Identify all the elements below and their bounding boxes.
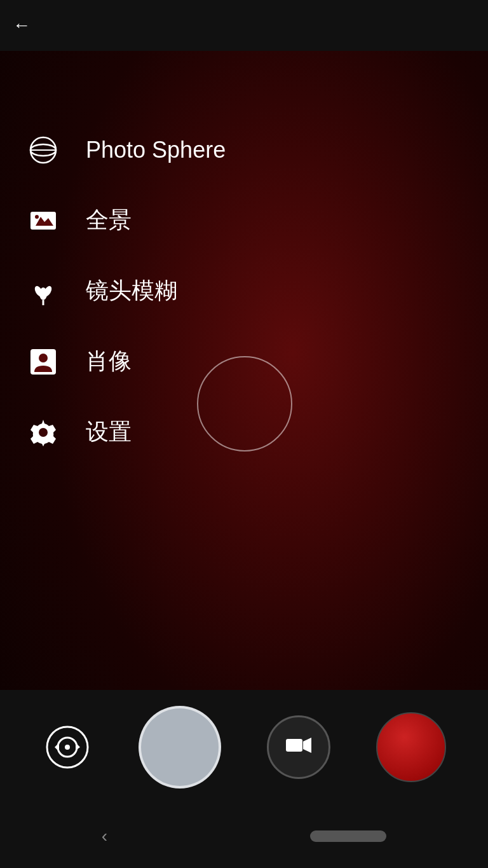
camera-controls-bar	[0, 690, 488, 804]
nav-bar: ‹	[0, 804, 488, 868]
focus-circle	[197, 356, 292, 451]
flip-camera-button[interactable]	[42, 722, 93, 773]
nav-back-button[interactable]: ‹	[102, 826, 107, 846]
menu-item-lens-blur[interactable]: 镜头模糊	[0, 256, 488, 326]
shutter-button[interactable]	[139, 706, 221, 789]
photo-sphere-icon	[25, 132, 60, 167]
settings-label: 设置	[86, 417, 132, 448]
svg-rect-18	[286, 739, 302, 752]
menu-item-panorama[interactable]: 全景	[0, 185, 488, 256]
lens-blur-icon	[25, 273, 60, 308]
nav-home-pill[interactable]	[310, 830, 386, 842]
portrait-label: 肖像	[86, 346, 132, 377]
photo-sphere-label: Photo Sphere	[86, 137, 226, 163]
video-camera-icon	[286, 736, 311, 759]
panorama-icon	[25, 203, 60, 238]
record-button[interactable]	[376, 712, 446, 782]
svg-marker-16	[55, 743, 59, 752]
flip-camera-icon	[45, 725, 90, 769]
svg-point-17	[65, 745, 70, 750]
menu-item-photo-sphere[interactable]: Photo Sphere	[0, 114, 488, 185]
panorama-label: 全景	[86, 205, 132, 236]
svg-point-13	[39, 428, 48, 437]
back-button[interactable]: ←	[13, 15, 30, 36]
svg-point-5	[35, 215, 39, 219]
status-bar: ←	[0, 0, 488, 51]
settings-icon	[25, 415, 60, 450]
svg-marker-19	[303, 738, 311, 753]
portrait-icon	[25, 344, 60, 379]
video-mode-button[interactable]	[267, 715, 330, 779]
lens-blur-label: 镜头模糊	[86, 275, 177, 307]
svg-point-11	[39, 354, 48, 362]
